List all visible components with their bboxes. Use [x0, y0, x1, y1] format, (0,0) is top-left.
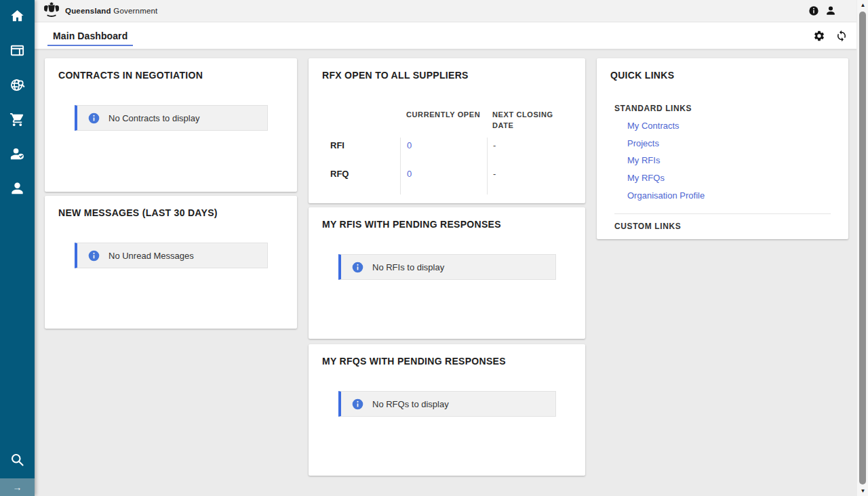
- refresh-icon[interactable]: [835, 30, 848, 42]
- rfx-rfq-open-count-link[interactable]: 0: [400, 166, 487, 194]
- custom-links-heading: CUSTOM LINKS: [614, 222, 831, 231]
- tab-main-dashboard[interactable]: Main Dashboard: [47, 22, 133, 49]
- alert-message: No RFIs to display: [372, 262, 444, 272]
- dashboard-icon: [9, 43, 25, 61]
- link-projects[interactable]: Projects: [627, 135, 831, 152]
- sidebar-item-search[interactable]: [0, 444, 35, 478]
- link-my-contracts[interactable]: My Contracts: [627, 117, 831, 135]
- topbar: Queensland Government: [35, 0, 868, 22]
- info-icon[interactable]: [808, 5, 819, 16]
- scroll-down-arrow-icon[interactable]: ▼: [857, 486, 868, 496]
- brand-text: Queensland Government: [65, 7, 158, 15]
- tab-bar: Main Dashboard: [35, 22, 868, 49]
- card-my-rfis: MY RFIS WITH PENDING RESPONSES No RFIs t…: [309, 207, 585, 339]
- expand-arrow-icon: →: [13, 482, 22, 493]
- rfx-header-empty: [322, 109, 400, 138]
- sidebar-item-cart[interactable]: [0, 104, 35, 138]
- standard-links-list: My Contracts Projects My RFIs My RFQs Or…: [627, 117, 831, 205]
- account-icon[interactable]: [825, 5, 836, 16]
- card-my-rfqs: MY RFQS WITH PENDING RESPONSES No RFQs t…: [309, 344, 585, 476]
- tab-label: Main Dashboard: [53, 30, 127, 41]
- card-quick-links: QUICK LINKS STANDARD LINKS My Contracts …: [597, 58, 848, 239]
- scroll-up-arrow-icon[interactable]: ▲: [857, 0, 868, 10]
- no-contracts-alert: No Contracts to display: [75, 105, 268, 131]
- card-new-messages: NEW MESSAGES (LAST 30 DAYS) No Unread Me…: [45, 196, 297, 329]
- link-my-rfis[interactable]: My RFIs: [627, 152, 831, 169]
- card-title: MY RFQS WITH PENDING RESPONSES: [309, 344, 585, 367]
- card-title: MY RFIS WITH PENDING RESPONSES: [309, 207, 585, 230]
- sidebar-item-sourcing[interactable]: [0, 69, 35, 104]
- info-badge-icon: [88, 112, 100, 124]
- card-rfx-open: RFX OPEN TO ALL SUPPLIERS CURRENTLY OPEN…: [309, 58, 585, 203]
- vertical-scrollbar: ▲ ▼: [856, 0, 868, 496]
- person-check-icon: [9, 146, 25, 165]
- search-icon: [9, 452, 25, 470]
- rfx-rfi-open-count-link[interactable]: 0: [400, 138, 487, 166]
- card-title: NEW MESSAGES (LAST 30 DAYS): [45, 196, 297, 218]
- brand-government: Government: [113, 7, 157, 15]
- sidebar-item-home[interactable]: [0, 0, 35, 35]
- alert-message: No Contracts to display: [108, 113, 199, 123]
- topbar-actions: [808, 5, 836, 16]
- card-title: RFX OPEN TO ALL SUPPLIERS: [309, 58, 585, 81]
- brand-queensland: Queensland: [65, 7, 111, 15]
- card-title: QUICK LINKS: [597, 58, 848, 81]
- rfx-header-currently-open: CURRENTLY OPEN: [400, 109, 487, 138]
- card-title: CONTRACTS IN NEGOTIATION: [45, 58, 297, 81]
- standard-links-heading: STANDARD LINKS: [614, 104, 831, 113]
- rfx-rfi-next-closing: -: [487, 138, 572, 166]
- rfx-row-label: RFQ: [322, 166, 400, 194]
- link-organisation-profile[interactable]: Organisation Profile: [627, 187, 831, 205]
- info-badge-icon: [352, 398, 363, 410]
- alert-message: No RFQs to display: [372, 399, 449, 409]
- link-my-rfqs[interactable]: My RFQs: [627, 169, 831, 187]
- active-tab-indicator: [47, 45, 133, 46]
- alert-message: No Unread Messages: [108, 251, 194, 261]
- rfx-row-label: RFI: [322, 138, 400, 166]
- dashboard-content: CONTRACTS IN NEGOTIATION No Contracts to…: [35, 49, 868, 496]
- globe-search-icon: [9, 77, 25, 96]
- sidebar-item-profile[interactable]: [0, 173, 35, 207]
- queensland-government-logo[interactable]: Queensland Government: [42, 1, 158, 20]
- rfx-rfq-next-closing: -: [487, 166, 572, 194]
- settings-gear-icon[interactable]: [813, 30, 825, 42]
- sidebar-item-supplier-registration[interactable]: [0, 138, 35, 173]
- scrollbar-thumb[interactable]: [859, 12, 866, 484]
- card-contracts-in-negotiation: CONTRACTS IN NEGOTIATION No Contracts to…: [45, 58, 297, 192]
- rfx-header-next-closing-date: NEXT CLOSING DATE: [487, 109, 555, 138]
- info-badge-icon: [88, 250, 100, 262]
- rfx-table: CURRENTLY OPEN NEXT CLOSING DATE RFI 0 -…: [322, 109, 572, 194]
- person-icon: [9, 181, 25, 199]
- sidebar: →: [0, 0, 35, 496]
- home-icon: [9, 8, 25, 26]
- shopping-cart-icon: [9, 112, 25, 130]
- sidebar-expand-button[interactable]: →: [0, 478, 35, 496]
- info-badge-icon: [352, 262, 363, 273]
- no-rfis-alert: No RFIs to display: [338, 254, 556, 280]
- no-rfqs-alert: No RFQs to display: [338, 391, 556, 417]
- divider: [614, 213, 831, 214]
- sidebar-item-dashboard[interactable]: [0, 35, 35, 69]
- queensland-coat-of-arms-icon: [42, 1, 61, 20]
- no-messages-alert: No Unread Messages: [75, 243, 268, 268]
